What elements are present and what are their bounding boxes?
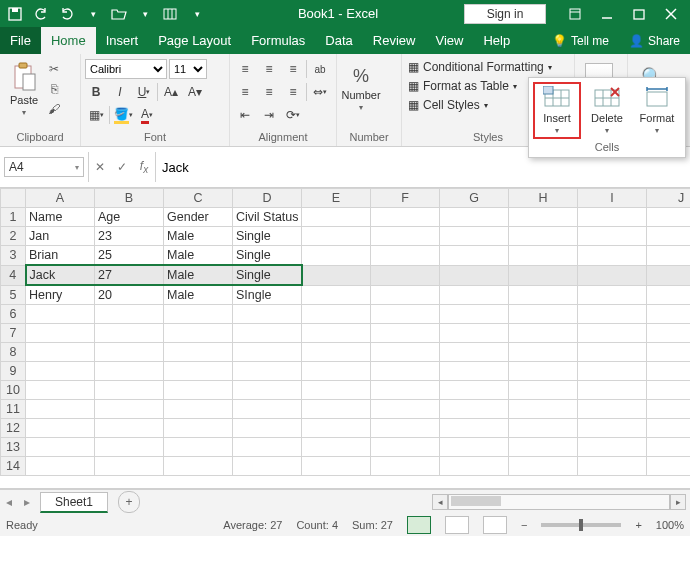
- align-top-button[interactable]: ≡: [234, 59, 256, 79]
- zoom-thumb[interactable]: [579, 519, 583, 531]
- qat-dropdown-icon[interactable]: ▾: [136, 5, 154, 23]
- cell[interactable]: [302, 381, 371, 400]
- cell[interactable]: [95, 324, 164, 343]
- cell[interactable]: [371, 324, 440, 343]
- row-header[interactable]: 14: [1, 457, 26, 476]
- cell[interactable]: [371, 285, 440, 305]
- cell[interactable]: [578, 362, 647, 381]
- cell[interactable]: [440, 324, 509, 343]
- cell[interactable]: [440, 227, 509, 246]
- cell[interactable]: [647, 400, 691, 419]
- row-header[interactable]: 1: [1, 208, 26, 227]
- column-header[interactable]: I: [578, 189, 647, 208]
- row-header[interactable]: 9: [1, 362, 26, 381]
- row-header[interactable]: 7: [1, 324, 26, 343]
- zoom-in-button[interactable]: +: [635, 519, 641, 531]
- cell[interactable]: Single: [233, 227, 302, 246]
- font-size-select[interactable]: 11: [169, 59, 207, 79]
- cell[interactable]: [578, 305, 647, 324]
- maximize-icon[interactable]: [630, 5, 648, 23]
- cell[interactable]: [440, 362, 509, 381]
- copy-button[interactable]: ⎘: [44, 80, 64, 98]
- cancel-formula-button[interactable]: ✕: [89, 160, 111, 174]
- tab-review[interactable]: Review: [363, 27, 426, 54]
- format-as-table-button[interactable]: ▦Format as Table▾: [406, 78, 519, 94]
- bold-button[interactable]: B: [85, 82, 107, 102]
- row-header[interactable]: 11: [1, 400, 26, 419]
- cell[interactable]: [233, 400, 302, 419]
- view-page-layout-button[interactable]: [445, 516, 469, 534]
- cell[interactable]: Male: [164, 246, 233, 266]
- tab-view[interactable]: View: [425, 27, 473, 54]
- ribbon-options-icon[interactable]: [566, 5, 584, 23]
- cell[interactable]: [302, 400, 371, 419]
- cell[interactable]: [647, 227, 691, 246]
- orientation-button[interactable]: ⟳▾: [282, 105, 304, 125]
- cell[interactable]: [95, 305, 164, 324]
- cell[interactable]: [233, 343, 302, 362]
- cell[interactable]: [578, 400, 647, 419]
- decrease-indent-button[interactable]: ⇤: [234, 105, 256, 125]
- scrollbar-thumb[interactable]: [451, 496, 501, 506]
- cell[interactable]: [647, 419, 691, 438]
- sheet-nav-prev[interactable]: ◂: [0, 495, 18, 509]
- align-center-button[interactable]: ≡: [258, 82, 280, 102]
- qat-customize-icon[interactable]: ▾: [84, 5, 102, 23]
- paste-button[interactable]: Paste ▾: [4, 56, 44, 122]
- cell[interactable]: [95, 419, 164, 438]
- cell[interactable]: [302, 285, 371, 305]
- cell[interactable]: [371, 381, 440, 400]
- cell[interactable]: [233, 324, 302, 343]
- cell[interactable]: [509, 305, 578, 324]
- sheet-nav-next[interactable]: ▸: [18, 495, 36, 509]
- cell[interactable]: [95, 362, 164, 381]
- cell[interactable]: [440, 381, 509, 400]
- cell[interactable]: [26, 457, 95, 476]
- cell[interactable]: [164, 400, 233, 419]
- cell[interactable]: [302, 305, 371, 324]
- cell[interactable]: Male: [164, 227, 233, 246]
- cell[interactable]: [164, 343, 233, 362]
- borders-button[interactable]: ▦▾: [85, 105, 107, 125]
- cell[interactable]: [440, 438, 509, 457]
- cell[interactable]: [164, 362, 233, 381]
- zoom-out-button[interactable]: −: [521, 519, 527, 531]
- cell[interactable]: [647, 285, 691, 305]
- align-left-button[interactable]: ≡: [234, 82, 256, 102]
- cell[interactable]: [647, 343, 691, 362]
- cell[interactable]: 23: [95, 227, 164, 246]
- fill-color-button[interactable]: 🪣▾: [112, 105, 134, 125]
- close-icon[interactable]: [662, 5, 680, 23]
- cell[interactable]: [302, 246, 371, 266]
- cell[interactable]: [647, 438, 691, 457]
- cell[interactable]: [233, 419, 302, 438]
- cell[interactable]: [509, 343, 578, 362]
- cell[interactable]: [95, 400, 164, 419]
- hscroll-right[interactable]: ▸: [670, 494, 686, 510]
- cell[interactable]: [578, 381, 647, 400]
- cell[interactable]: [95, 457, 164, 476]
- cell[interactable]: [26, 305, 95, 324]
- cell[interactable]: [164, 419, 233, 438]
- cell[interactable]: Age: [95, 208, 164, 227]
- column-header[interactable]: B: [95, 189, 164, 208]
- cell[interactable]: [440, 400, 509, 419]
- tell-me-button[interactable]: 💡Tell me: [542, 27, 619, 54]
- tab-home[interactable]: Home: [41, 27, 96, 54]
- cell[interactable]: Male: [164, 285, 233, 305]
- cell[interactable]: [302, 362, 371, 381]
- cell[interactable]: [26, 438, 95, 457]
- cell[interactable]: [509, 246, 578, 266]
- cell[interactable]: SIngle: [233, 285, 302, 305]
- cell[interactable]: [647, 208, 691, 227]
- cell[interactable]: [371, 305, 440, 324]
- tab-help[interactable]: Help: [473, 27, 520, 54]
- row-header[interactable]: 5: [1, 285, 26, 305]
- formula-input[interactable]: [156, 156, 690, 179]
- column-header[interactable]: E: [302, 189, 371, 208]
- cell[interactable]: [440, 265, 509, 285]
- cell[interactable]: [578, 246, 647, 266]
- increase-indent-button[interactable]: ⇥: [258, 105, 280, 125]
- open-icon[interactable]: [110, 5, 128, 23]
- qat-extra-icon[interactable]: [162, 5, 180, 23]
